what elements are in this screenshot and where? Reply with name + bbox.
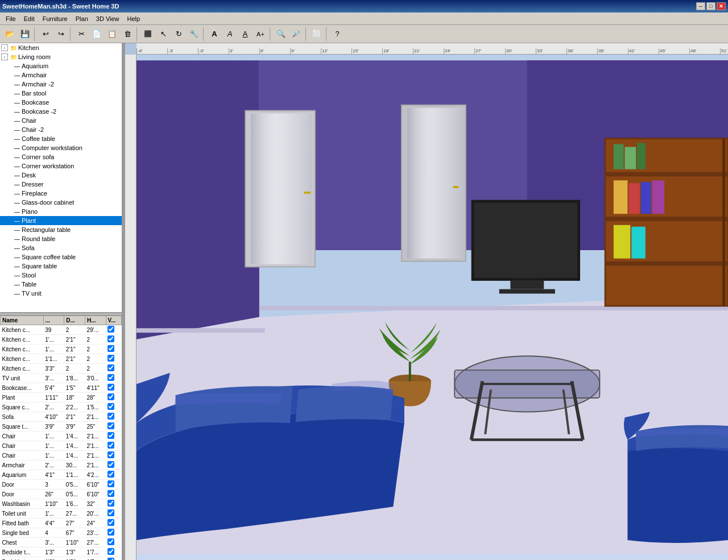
zoom-out-button[interactable]: 🔎: [289, 27, 304, 42]
tree-item-bar-stool[interactable]: — Bar stool: [0, 89, 122, 98]
visibility-checkbox[interactable]: [107, 355, 114, 362]
tree-item-stool[interactable]: — Stool: [0, 271, 122, 280]
modify-button[interactable]: 🔧: [187, 27, 201, 42]
tree-item-kitchen[interactable]: - 📁 Kitchen: [0, 43, 122, 52]
cell-visible[interactable]: [106, 490, 121, 499]
save-button[interactable]: 💾: [18, 27, 32, 42]
cell-visible[interactable]: [106, 354, 121, 364]
maximize-button[interactable]: □: [706, 2, 715, 10]
table-row[interactable]: Fitted bath 4'4" 27" 24": [1, 518, 122, 528]
rotate-button[interactable]: ↻: [171, 27, 186, 42]
tree-item-desk[interactable]: — Desk: [0, 171, 122, 180]
table-row[interactable]: Bedside t... 1'3" 1'3" 1'7...: [1, 557, 122, 561]
text-a4-button[interactable]: A+: [253, 27, 268, 42]
visibility-checkbox[interactable]: [107, 451, 114, 458]
cell-visible[interactable]: [106, 374, 121, 383]
visibility-checkbox[interactable]: [107, 403, 114, 410]
create-button[interactable]: ⬜: [309, 27, 324, 42]
cell-visible[interactable]: [106, 509, 121, 518]
cell-visible[interactable]: [106, 470, 121, 480]
furniture-tree[interactable]: - 📁 Kitchen - 📁 Living room — Aquarium —…: [0, 43, 122, 313]
visibility-checkbox[interactable]: [107, 413, 114, 420]
minimize-button[interactable]: ─: [696, 2, 705, 10]
open-button[interactable]: 📂: [2, 27, 17, 42]
visibility-checkbox[interactable]: [107, 432, 114, 439]
table-row[interactable]: Square t... 3'9" 3'9" 25": [1, 422, 122, 432]
visibility-checkbox[interactable]: [107, 519, 114, 526]
tree-item-corner-workstation[interactable]: — Corner workstation: [0, 161, 122, 171]
select-button[interactable]: ↖: [156, 27, 171, 42]
visibility-checkbox[interactable]: [107, 480, 114, 487]
cell-visible[interactable]: [106, 412, 121, 422]
visibility-checkbox[interactable]: [107, 384, 114, 391]
cell-visible[interactable]: [106, 461, 121, 470]
menu-furniture[interactable]: Furniture: [39, 14, 71, 23]
table-row[interactable]: Kitchen c... 3'3" 2 2: [1, 364, 122, 374]
table-row[interactable]: Washbasin 1'10" 1'6... 32": [1, 499, 122, 509]
visibility-checkbox[interactable]: [107, 538, 114, 545]
tree-item-square-table[interactable]: — Square table: [0, 262, 122, 271]
copy-button[interactable]: 📄: [89, 27, 104, 42]
tree-item-sofa[interactable]: — Sofa: [0, 243, 122, 252]
tree-item-piano[interactable]: — Piano: [0, 207, 122, 216]
col-name[interactable]: Name: [1, 316, 44, 325]
tree-item-glass-door-cabinet[interactable]: — Glass-door cabinet: [0, 198, 122, 207]
menu-3dview[interactable]: 3D View: [93, 14, 123, 23]
cell-visible[interactable]: [106, 480, 121, 490]
tree-item-living-room[interactable]: - 📁 Living room: [0, 52, 122, 61]
tree-item-rectangular-table[interactable]: — Rectangular table: [0, 225, 122, 234]
table-row[interactable]: Sofa 4'10" 2'1" 2'1...: [1, 412, 122, 422]
visibility-checkbox[interactable]: [107, 548, 114, 555]
tree-item-chair[interactable]: — Chair: [0, 116, 122, 125]
tree-item-aquarium[interactable]: — Aquarium: [0, 61, 122, 70]
visibility-checkbox[interactable]: [107, 471, 114, 478]
cell-visible[interactable]: [106, 528, 121, 538]
cell-visible[interactable]: [106, 335, 121, 345]
visibility-checkbox[interactable]: [107, 558, 114, 560]
cell-visible[interactable]: [106, 364, 121, 374]
cell-visible[interactable]: [106, 538, 121, 547]
visibility-checkbox[interactable]: [107, 335, 114, 342]
table-row[interactable]: Armchair 2'... 30... 2'1...: [1, 461, 122, 470]
tree-item-dresser[interactable]: — Dresser: [0, 180, 122, 189]
tree-item-corner-sofa[interactable]: — Corner sofa: [0, 152, 122, 161]
table-row[interactable]: Bookcase... 5'4" 1'5" 4'11": [1, 383, 122, 393]
col-dots[interactable]: ...: [43, 316, 64, 325]
menu-edit[interactable]: Edit: [20, 14, 38, 23]
menu-file[interactable]: File: [2, 14, 19, 23]
cell-visible[interactable]: [106, 557, 121, 561]
col-h[interactable]: H...: [85, 316, 106, 325]
visibility-checkbox[interactable]: [107, 461, 114, 468]
text-a3-button[interactable]: A: [238, 27, 253, 42]
table-row[interactable]: Toilet unit 1'... 27... 20'...: [1, 509, 122, 518]
cut-button[interactable]: ✂: [74, 27, 89, 42]
table-row[interactable]: Kitchen c... 39 2 29'...: [1, 325, 122, 335]
cell-visible[interactable]: [106, 403, 121, 412]
expand-kitchen[interactable]: -: [1, 44, 8, 51]
table-row[interactable]: TV unit 3'... 1'8... 3'0...: [1, 374, 122, 383]
visibility-checkbox[interactable]: [107, 393, 114, 400]
visibility-checkbox[interactable]: [107, 490, 114, 497]
tree-item-chair-2[interactable]: — Chair -2: [0, 125, 122, 134]
visibility-checkbox[interactable]: [107, 509, 114, 516]
expand-living-room[interactable]: -: [1, 53, 8, 60]
visibility-checkbox[interactable]: [107, 529, 114, 536]
undo-button[interactable]: ↩: [38, 27, 53, 42]
table-row[interactable]: Square c... 2'... 2'2... 1'5...: [1, 403, 122, 412]
table-row[interactable]: Door 26" 0'5... 6'10": [1, 490, 122, 499]
table-row[interactable]: Kitchen c... 1'... 2'1" 2: [1, 345, 122, 354]
3d-scene[interactable]: [136, 55, 728, 560]
delete-button[interactable]: 🗑: [120, 27, 135, 42]
visibility-checkbox[interactable]: [107, 374, 114, 381]
table-row[interactable]: Door 3 0'5... 6'10": [1, 480, 122, 490]
zoom-in-button[interactable]: 🔍: [274, 27, 288, 42]
table-row[interactable]: Single bed 4 67" 23'...: [1, 528, 122, 538]
tree-item-table[interactable]: — Table: [0, 280, 122, 289]
help-button[interactable]: ?: [330, 27, 345, 42]
table-row[interactable]: Aquarium 4'1" 1'1... 4'2...: [1, 470, 122, 480]
cell-visible[interactable]: [106, 345, 121, 354]
cell-visible[interactable]: [106, 499, 121, 509]
table-row[interactable]: Kitchen c... 1'1... 2'1" 2: [1, 354, 122, 364]
cell-visible[interactable]: [106, 422, 121, 432]
table-row[interactable]: Chair 1'... 1'4... 2'1...: [1, 451, 122, 461]
